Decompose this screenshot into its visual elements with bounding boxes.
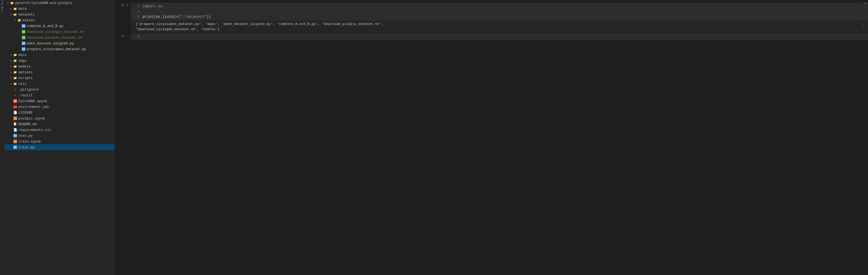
folder-docs-label: docs bbox=[18, 53, 27, 57]
folder-data[interactable]: 📁 data bbox=[5, 6, 115, 11]
cell-2: In _ 1 bbox=[115, 33, 868, 41]
file-train-ipynb-label: train.ipynb bbox=[18, 140, 41, 143]
txt-icon-req: 📄 bbox=[13, 128, 17, 132]
ipynb-icon-cyclegan: nb bbox=[13, 99, 17, 103]
file-download-cyclegan-label: download_cyclegan_dataset.sh bbox=[27, 30, 84, 34]
folder-util-label: util bbox=[18, 82, 27, 86]
output-options-button[interactable]: ⋮ bbox=[861, 22, 866, 29]
file-pix2pix-ipynb-label: pix2pix.ipynb bbox=[18, 116, 45, 120]
cell-1-gutter: In 2 bbox=[115, 3, 130, 33]
folder-docs[interactable]: 📁 docs bbox=[5, 52, 115, 58]
models-folder-icon: 📁 bbox=[13, 64, 17, 68]
line-num-3: 3 bbox=[133, 15, 140, 19]
options-chevron bbox=[9, 70, 13, 74]
datasets-chevron bbox=[9, 12, 13, 17]
line-content-3: print(os.listdir("./datasets")) bbox=[143, 14, 866, 20]
models-chevron bbox=[9, 64, 13, 68]
editor-area: In 2 1 import os 2 bbox=[115, 0, 868, 275]
file-train-py-label: train.py bbox=[18, 145, 35, 149]
file-prepare-cityscapes[interactable]: py prepare_cityscapes_dataset.py bbox=[5, 46, 115, 52]
pull-requests-tab[interactable]: Pull Requests bbox=[1, 1, 4, 5]
cell-1-output-wrapper: ['prepare_cityscapes_dataset.py', 'maps'… bbox=[131, 21, 868, 33]
file-replit[interactable]: ◈ .replit bbox=[5, 92, 115, 98]
structure-tab[interactable]: ◈ bbox=[1, 6, 4, 9]
file-gitignore-label: .gitignore bbox=[18, 88, 39, 91]
yml-icon-env: yml bbox=[13, 105, 17, 109]
file-make-dataset[interactable]: py make_dataset_aligned.py bbox=[5, 40, 115, 46]
module-os: os bbox=[158, 4, 162, 8]
ipynb-icon-train: nb bbox=[13, 139, 17, 143]
line-num-empty: 1 bbox=[133, 35, 140, 39]
folder-bibtex[interactable]: 📁 bibtex bbox=[5, 17, 115, 23]
py-icon-train: py bbox=[13, 145, 17, 149]
imgs-chevron bbox=[9, 58, 13, 63]
bibtex-folder-icon: 📁 bbox=[17, 18, 22, 22]
folder-bibtex-label: bibtex bbox=[23, 18, 35, 22]
func-print: print bbox=[143, 15, 154, 19]
git-file-icon: ⊘ bbox=[13, 87, 17, 91]
file-explorer: 📁 pytorch-CycleGAN-and-pix2pix 📁 data 📂 … bbox=[5, 0, 115, 275]
cell-2-execution-count: In _ bbox=[121, 34, 128, 38]
folder-options[interactable]: 📁 options bbox=[5, 69, 115, 75]
folder-models[interactable]: 📁 models bbox=[5, 63, 115, 69]
sh-icon-cyclegan: sh bbox=[22, 30, 26, 34]
py-icon-prepare: py bbox=[22, 47, 26, 51]
file-cyclegan-ipynb[interactable]: nb CycleGAN.ipynb bbox=[5, 98, 115, 104]
code-line-empty: 1 bbox=[133, 34, 866, 39]
folder-imgs[interactable]: 📁 imgs bbox=[5, 58, 115, 63]
file-cyclegan-ipynb-label: CycleGAN.ipynb bbox=[18, 99, 47, 103]
folder-datasets[interactable]: 📂 datasets bbox=[5, 11, 115, 17]
folder-util[interactable]: 📁 util bbox=[5, 81, 115, 87]
keyword-import: import bbox=[143, 4, 156, 8]
file-download-cyclegan[interactable]: sh download_cyclegan_dataset.sh bbox=[5, 29, 115, 35]
replit-file-icon: ◈ bbox=[13, 93, 17, 98]
root-chevron bbox=[6, 1, 10, 5]
util-chevron bbox=[9, 82, 13, 86]
cell-1-execution-count: In 2 bbox=[121, 4, 128, 7]
py-icon-combine: py bbox=[22, 24, 26, 28]
file-combine-a-b[interactable]: py combine_A_and_B.py bbox=[5, 23, 115, 29]
folder-models-label: models bbox=[18, 64, 31, 68]
file-train-py[interactable]: py train.py bbox=[5, 144, 115, 150]
file-environment-yml-label: environment.yml bbox=[18, 105, 49, 109]
file-environment-yml[interactable]: yml environment.yml bbox=[5, 104, 115, 110]
line-num-1: 1 bbox=[133, 4, 140, 8]
cell-1-output: ['prepare_cityscapes_dataset.py', 'maps'… bbox=[131, 21, 868, 33]
file-gitignore[interactable]: ⊘ .gitignore bbox=[5, 87, 115, 92]
cell-1-input[interactable]: 1 import os 2 3 bbox=[131, 3, 868, 21]
txt-icon-license: 📄 bbox=[13, 110, 17, 115]
os-listdir: os.listdir bbox=[156, 15, 178, 19]
file-train-ipynb[interactable]: nb train.ipynb bbox=[5, 139, 115, 144]
file-readme[interactable]: 📝 README.md bbox=[5, 121, 115, 127]
notebook-container[interactable]: In 2 1 import os 2 bbox=[115, 0, 868, 275]
root-folder-label: pytorch-CycleGAN-and-pix2pix bbox=[15, 1, 72, 5]
folder-scripts[interactable]: 📁 scripts bbox=[5, 75, 115, 81]
file-prepare-cityscapes-label: prepare_cityscapes_dataset.py bbox=[27, 47, 86, 51]
cell-2-input[interactable]: 1 bbox=[131, 33, 868, 40]
file-license-label: LICENSE bbox=[18, 111, 33, 115]
file-download-pix2pix[interactable]: sh download_pix2pix_dataset.sh bbox=[5, 35, 115, 40]
file-requirements[interactable]: 📄 requirements.txt bbox=[5, 127, 115, 133]
code-line-2: 2 bbox=[133, 9, 866, 14]
file-license[interactable]: 📄 LICENSE bbox=[5, 110, 115, 115]
cell-1-content[interactable]: 1 import os 2 3 bbox=[130, 3, 868, 33]
folder-data-label: data bbox=[18, 7, 27, 11]
file-make-dataset-label: make_dataset_aligned.py bbox=[27, 42, 74, 46]
folder-scripts-label: scripts bbox=[18, 76, 33, 80]
paren-2: ( bbox=[178, 15, 180, 19]
root-folder[interactable]: 📁 pytorch-CycleGAN-and-pix2pix bbox=[5, 0, 115, 6]
folder-imgs-label: imgs bbox=[18, 59, 27, 63]
scripts-chevron bbox=[9, 76, 13, 80]
file-requirements-label: requirements.txt bbox=[18, 128, 51, 132]
docs-folder-icon: 📁 bbox=[13, 53, 17, 57]
scripts-folder-icon: 📁 bbox=[13, 76, 17, 80]
file-replit-label: .replit bbox=[18, 93, 33, 98]
data-folder-icon: 📁 bbox=[13, 6, 17, 11]
file-test-py[interactable]: py test.py bbox=[5, 133, 115, 139]
cell-2-content[interactable]: 1 bbox=[130, 33, 868, 41]
cell-1: In 2 1 import os 2 bbox=[115, 3, 868, 33]
folder-datasets-label: datasets bbox=[18, 12, 35, 17]
file-readme-label: README.md bbox=[18, 122, 37, 126]
file-combine-a-b-label: combine_A_and_B.py bbox=[27, 24, 63, 28]
file-pix2pix-ipynb[interactable]: nb pix2pix.ipynb bbox=[5, 115, 115, 121]
